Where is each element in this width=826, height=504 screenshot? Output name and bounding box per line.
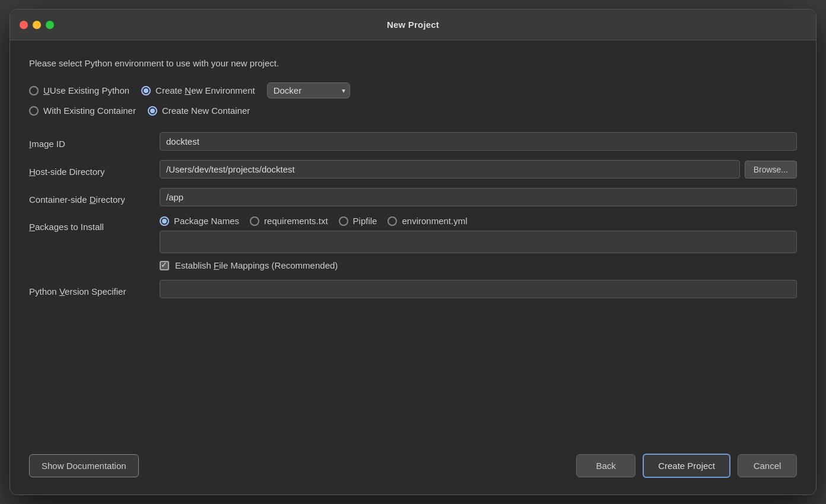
close-button[interactable] — [20, 21, 28, 29]
pipfile-label: Pipfile — [353, 216, 377, 226]
host-dir-input[interactable] — [160, 160, 740, 178]
pipfile-radio[interactable] — [339, 216, 348, 226]
create-new-env-option[interactable]: Create New Environment — [141, 85, 255, 95]
browse-button[interactable]: Browse... — [745, 161, 797, 178]
show-documentation-button[interactable]: Show Documentation — [29, 454, 139, 477]
environment-type-row: UUse Existing Python Create New Environm… — [29, 82, 797, 98]
footer-right: Back Create Project Cancel — [576, 454, 797, 478]
create-new-container-label: Create New Container — [162, 106, 250, 116]
requirements-txt-option[interactable]: requirements.txt — [250, 216, 328, 226]
packages-area: Package Names requirements.txt Pipfile e… — [160, 216, 797, 270]
container-dir-label: Container-side Directory — [29, 190, 160, 205]
dialog-title: New Project — [387, 20, 439, 30]
footer: Show Documentation Back Create Project C… — [10, 439, 816, 495]
create-new-env-label: Create New Environment — [155, 85, 255, 95]
subtitle-text: Please select Python environment to use … — [29, 57, 797, 69]
pipfile-option[interactable]: Pipfile — [339, 216, 377, 226]
footer-left: Show Documentation — [29, 454, 139, 477]
environment-yml-label: environment.yml — [402, 216, 467, 226]
title-bar: New Project — [10, 9, 816, 40]
file-mappings-checkbox[interactable] — [160, 261, 169, 270]
dialog-body: Please select Python environment to use … — [10, 40, 816, 439]
create-new-container-option[interactable]: Create New Container — [148, 106, 250, 116]
new-project-dialog: New Project Please select Python environ… — [9, 9, 817, 495]
env-type-dropdown-wrapper: Docker Conda Virtualenv — [267, 82, 350, 98]
traffic-lights — [20, 21, 54, 29]
container-type-row: With Existing Container Create New Conta… — [29, 106, 797, 116]
package-names-option[interactable]: Package Names — [160, 216, 239, 226]
with-existing-container-radio[interactable] — [29, 106, 39, 116]
packages-label: Packages to Install — [29, 216, 160, 232]
with-existing-container-option[interactable]: With Existing Container — [29, 106, 136, 116]
use-existing-radio[interactable] — [29, 86, 39, 95]
packages-input[interactable] — [160, 231, 797, 253]
package-type-row: Package Names requirements.txt Pipfile e… — [160, 216, 797, 226]
package-names-label: Package Names — [174, 216, 239, 226]
use-existing-label: UUse Existing Python — [43, 85, 129, 95]
requirements-txt-radio[interactable] — [250, 216, 259, 226]
cancel-button[interactable]: Cancel — [738, 454, 797, 477]
environment-yml-radio[interactable] — [387, 216, 397, 226]
create-new-container-radio[interactable] — [148, 106, 157, 116]
image-id-label: Image ID — [29, 134, 160, 149]
host-dir-row: Browse... — [160, 160, 797, 178]
form-grid: Image ID Host-side Directory Browse... C… — [29, 132, 797, 298]
maximize-button[interactable] — [46, 21, 54, 29]
environment-yml-option[interactable]: environment.yml — [387, 216, 467, 226]
file-mappings-label[interactable]: Establish File Mappings (Recommended) — [175, 260, 338, 270]
container-dir-input[interactable] — [160, 188, 797, 206]
minimize-button[interactable] — [33, 21, 41, 29]
requirements-txt-label: requirements.txt — [264, 216, 328, 226]
create-project-button[interactable]: Create Project — [643, 454, 730, 478]
python-version-input[interactable] — [160, 280, 797, 298]
back-button[interactable]: Back — [576, 454, 636, 477]
python-version-label: Python Version Specifier — [29, 282, 160, 296]
use-existing-python-option[interactable]: UUse Existing Python — [29, 85, 129, 95]
env-type-dropdown[interactable]: Docker Conda Virtualenv — [267, 82, 350, 98]
host-dir-label: Host-side Directory — [29, 162, 160, 177]
create-new-env-radio[interactable] — [141, 86, 151, 95]
package-names-radio[interactable] — [160, 216, 169, 226]
image-id-input[interactable] — [160, 132, 797, 151]
with-existing-container-label: With Existing Container — [43, 106, 136, 116]
file-mappings-row: Establish File Mappings (Recommended) — [160, 260, 797, 270]
